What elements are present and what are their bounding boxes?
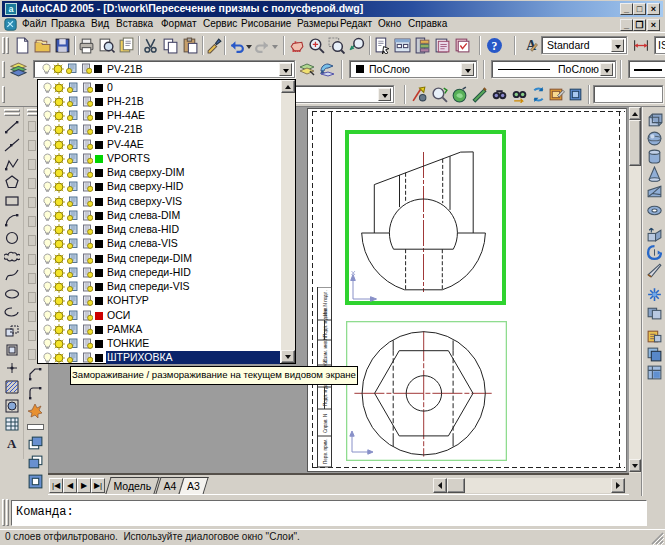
svg-text:A: A (7, 436, 17, 451)
svg-text:?: ? (492, 40, 498, 53)
svg-text:Подп. и дата: Подп. и дата (323, 309, 328, 337)
svg-text:Взам. инв.N: Взам. инв.N (323, 336, 328, 362)
svg-text:Перв. прим.: Перв. прим. (323, 439, 328, 464)
svg-text:Справ. N: Справ. N (323, 414, 328, 433)
